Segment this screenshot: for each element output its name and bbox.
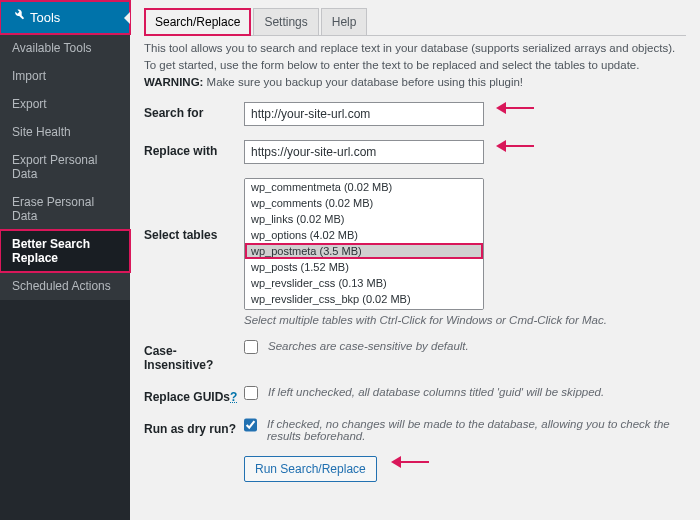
search-for-label: Search for bbox=[144, 102, 244, 120]
table-option[interactable]: wp_links (0.02 MB) bbox=[245, 211, 483, 227]
warning-text: Make sure you backup your database befor… bbox=[203, 76, 523, 88]
warning-label: WARNING: bbox=[144, 76, 203, 88]
intro-text: This tool allows you to search and repla… bbox=[144, 42, 686, 88]
table-option[interactable]: wp_revslider_css_bkp (0.02 MB) bbox=[245, 291, 483, 307]
tab-search-replace[interactable]: Search/Replace bbox=[144, 8, 251, 36]
table-option-selected[interactable]: wp_postmeta (3.5 MB) bbox=[245, 243, 483, 259]
intro-line-1: This tool allows you to search and repla… bbox=[144, 42, 686, 54]
search-replace-form: Search for Replace with Select tables wp… bbox=[144, 102, 686, 482]
sidebar-item-export[interactable]: Export bbox=[0, 90, 130, 118]
table-option[interactable]: wp_revslider_css (0.13 MB) bbox=[245, 275, 483, 291]
dry-run-label: Run as dry run? bbox=[144, 418, 244, 436]
annotation-arrow-icon bbox=[496, 102, 534, 114]
tab-bar: Search/Replace Settings Help bbox=[144, 8, 686, 36]
select-tables-desc: Select multiple tables with Ctrl-Click f… bbox=[244, 314, 607, 326]
replace-guids-label: Replace GUIDs? bbox=[144, 386, 244, 404]
dry-run-checkbox[interactable] bbox=[244, 418, 257, 432]
select-tables-list[interactable]: wp_commentmeta (0.02 MB) wp_comments (0.… bbox=[244, 178, 484, 310]
replace-guids-desc: If left unchecked, all database columns … bbox=[268, 386, 604, 398]
admin-sidebar: Tools Available Tools Import Export Site… bbox=[0, 0, 130, 520]
sidebar-item-available-tools[interactable]: Available Tools bbox=[0, 34, 130, 62]
replace-guids-checkbox[interactable] bbox=[244, 386, 258, 400]
dry-run-desc: If checked, no changes will be made to t… bbox=[267, 418, 686, 442]
sidebar-item-scheduled-actions[interactable]: Scheduled Actions bbox=[0, 272, 130, 300]
case-insensitive-label: Case-Insensitive? bbox=[144, 340, 244, 372]
intro-line-2: To get started, use the form below to en… bbox=[144, 59, 686, 71]
help-icon[interactable]: ? bbox=[230, 390, 237, 404]
main-content: Search/Replace Settings Help This tool a… bbox=[130, 0, 700, 520]
search-for-input[interactable] bbox=[244, 102, 484, 126]
tab-settings[interactable]: Settings bbox=[253, 8, 318, 36]
sidebar-section-tools[interactable]: Tools bbox=[0, 1, 130, 34]
sidebar-item-better-search-replace[interactable]: Better Search Replace bbox=[0, 230, 130, 272]
table-option[interactable]: wp_options (4.02 MB) bbox=[245, 227, 483, 243]
run-search-replace-button[interactable]: Run Search/Replace bbox=[244, 456, 377, 482]
table-option[interactable]: wp_comments (0.02 MB) bbox=[245, 195, 483, 211]
tab-help[interactable]: Help bbox=[321, 8, 368, 36]
replace-with-label: Replace with bbox=[144, 140, 244, 158]
select-tables-label: Select tables bbox=[144, 178, 244, 242]
sidebar-item-import[interactable]: Import bbox=[0, 62, 130, 90]
sidebar-item-export-personal-data[interactable]: Export Personal Data bbox=[0, 146, 130, 188]
annotation-arrow-icon bbox=[496, 140, 534, 152]
case-insensitive-checkbox[interactable] bbox=[244, 340, 258, 354]
intro-warning: WARNING: Make sure you backup your datab… bbox=[144, 76, 686, 88]
wrench-icon bbox=[10, 9, 24, 26]
table-option[interactable]: wp_revslider_layer_animations (0.02 MB) bbox=[245, 307, 483, 310]
sidebar-item-site-health[interactable]: Site Health bbox=[0, 118, 130, 146]
case-insensitive-desc: Searches are case-sensitive by default. bbox=[268, 340, 469, 352]
table-option[interactable]: wp_commentmeta (0.02 MB) bbox=[245, 179, 483, 195]
replace-with-input[interactable] bbox=[244, 140, 484, 164]
annotation-arrow-icon bbox=[391, 456, 429, 468]
sidebar-item-erase-personal-data[interactable]: Erase Personal Data bbox=[0, 188, 130, 230]
table-option[interactable]: wp_posts (1.52 MB) bbox=[245, 259, 483, 275]
sidebar-submenu: Available Tools Import Export Site Healt… bbox=[0, 34, 130, 300]
sidebar-section-label: Tools bbox=[30, 10, 60, 25]
